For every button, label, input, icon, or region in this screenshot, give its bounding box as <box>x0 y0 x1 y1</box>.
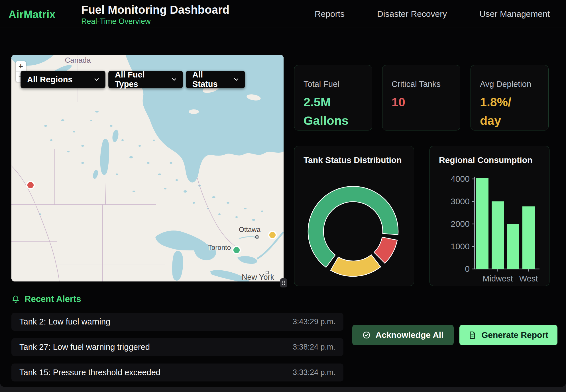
svg-text:3000: 3000 <box>451 197 470 206</box>
alert-row: Tank 15: Pressure threshold exceeded 3:3… <box>11 364 343 381</box>
report-document-icon <box>469 331 476 339</box>
alert-row: Tank 27: Low fuel warning triggered 3:38… <box>11 338 343 356</box>
map-label-ottawa: Ottawa <box>239 226 261 233</box>
marker-critical[interactable] <box>27 181 34 189</box>
fuel-type-filter-label: All Fuel Types <box>115 70 165 89</box>
stat-card-total-fuel: Total Fuel 2.5MGallons <box>294 65 372 130</box>
page-subtitle: Real-Time Overview <box>81 17 229 26</box>
stat-value: 10 <box>392 93 440 111</box>
status-filter-dropdown[interactable]: All Status <box>186 71 245 88</box>
alert-message: Tank 27: Low fuel warning triggered <box>19 342 150 352</box>
grip-dots-icon <box>280 279 287 287</box>
nav-disaster-recovery[interactable]: Disaster Recovery <box>377 9 447 19</box>
marker-warning[interactable] <box>269 231 276 239</box>
nav-user-management[interactable]: User Management <box>479 9 550 19</box>
svg-text:Midwest: Midwest <box>482 274 513 283</box>
regional-consumption-card: Regional Consumption 01000200030004000Mi… <box>429 146 549 286</box>
tank-status-donut <box>302 180 404 283</box>
alert-time: 3:43:29 p.m. <box>293 317 335 326</box>
svg-text:0: 0 <box>465 264 470 273</box>
svg-text:West: West <box>519 274 538 283</box>
chevron-down-icon <box>227 78 239 81</box>
map-label-new-york: New York <box>242 273 274 281</box>
page-title: Fuel Monitoring Dashboard <box>81 3 229 16</box>
marker-normal[interactable] <box>233 246 240 254</box>
stat-label: Avg Depletion <box>480 79 539 89</box>
svg-text:4000: 4000 <box>451 174 470 183</box>
svg-text:2000: 2000 <box>451 219 470 228</box>
fuel-type-filter-dropdown[interactable]: All Fuel Types <box>108 71 183 88</box>
svg-text:1000: 1000 <box>451 242 470 251</box>
stat-value: 2.5MGallons <box>304 93 352 130</box>
check-circle-icon <box>363 331 370 339</box>
dashboard-app: AirMatrix Fuel Monitoring Dashboard Real… <box>0 0 566 387</box>
regional-consumption-chart: 01000200030004000MidwestWest <box>430 146 550 286</box>
stat-label: Total Fuel <box>304 79 363 89</box>
header: AirMatrix Fuel Monitoring Dashboard Real… <box>0 0 566 28</box>
map-section: Canada Ottawa Toronto New York + − All R… <box>11 55 284 281</box>
title-block: Fuel Monitoring Dashboard Real-Time Over… <box>81 3 229 26</box>
ottawa-town-dot-icon <box>256 236 258 238</box>
region-filter-dropdown[interactable]: All Regions <box>21 71 105 88</box>
map-label-canada: Canada <box>65 56 91 64</box>
acknowledge-all-label: Acknowledge All <box>376 330 444 340</box>
generate-report-button[interactable]: Generate Report <box>459 325 557 345</box>
map-filters: All Regions All Fuel Types All Status <box>21 71 245 88</box>
chevron-down-icon <box>165 78 176 81</box>
alert-row: Tank 2: Low fuel warning 3:43:29 p.m. <box>11 313 343 331</box>
alerts-heading: Recent Alerts <box>11 294 81 304</box>
brand-logo[interactable]: AirMatrix <box>9 9 56 21</box>
alert-message: Tank 15: Pressure threshold exceeded <box>19 368 160 377</box>
bell-icon <box>11 295 20 304</box>
nav-reports[interactable]: Reports <box>315 9 345 19</box>
alert-time: 3:38:24 p.m. <box>293 343 335 352</box>
main-nav: Reports Disaster Recovery User Managemen… <box>315 0 550 28</box>
alerts-heading-label: Recent Alerts <box>25 294 81 304</box>
acknowledge-all-button[interactable]: Acknowledge All <box>352 325 454 345</box>
zoom-in-button[interactable]: + <box>16 61 26 72</box>
map-resize-handle[interactable] <box>280 278 287 287</box>
donut-chart-title: Tank Status Distribution <box>304 155 402 165</box>
stat-value: 1.8%/day <box>480 93 528 130</box>
map-label-toronto: Toronto <box>208 244 231 251</box>
alert-message: Tank 2: Low fuel warning <box>19 317 110 326</box>
status-filter-label: All Status <box>192 70 227 89</box>
alert-time: 3:33:24 p.m. <box>293 368 335 377</box>
region-filter-label: All Regions <box>27 75 73 84</box>
stat-card-critical-tanks: Critical Tanks 10 <box>382 65 460 130</box>
stat-label: Critical Tanks <box>392 79 451 89</box>
tank-status-card: Tank Status Distribution <box>294 146 414 286</box>
chevron-down-icon <box>87 78 99 81</box>
stat-card-avg-depletion: Avg Depletion 1.8%/day <box>471 65 549 130</box>
generate-report-label: Generate Report <box>481 330 548 340</box>
